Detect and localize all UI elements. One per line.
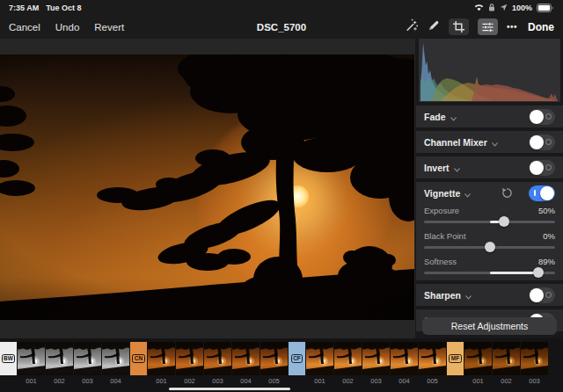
slider-knob[interactable] (485, 242, 495, 252)
filter-thumb-label: 003 (74, 375, 101, 386)
filter-thumbnail-image[interactable] (521, 342, 548, 375)
filter-thumb-cn-002[interactable]: 002 (176, 342, 203, 386)
toggle-sharpen[interactable] (529, 287, 555, 303)
filter-thumb-mf-003[interactable]: 003 (521, 342, 548, 386)
filter-thumbnail-image[interactable] (391, 342, 418, 375)
filter-thumbnail-image[interactable] (204, 342, 231, 375)
filter-thumb-label: 003 (362, 375, 390, 386)
filter-thumb-label: 004 (102, 375, 129, 386)
filter-thumb-cf-001[interactable]: 001 (306, 342, 333, 386)
filter-thumb-bw-004[interactable]: 004 (102, 342, 129, 386)
toggle-vignette[interactable] (529, 185, 555, 201)
markup-pen-icon[interactable] (428, 19, 440, 35)
filter-thumb-label: 001 (464, 375, 492, 386)
filter-thumbnail-image[interactable] (260, 342, 288, 375)
adjustment-row-fade: Fade (416, 105, 563, 127)
filter-thumb-label: 001 (148, 375, 175, 386)
histogram (419, 39, 560, 102)
filter-thumb-cf-004[interactable]: 004 (391, 342, 418, 386)
filter-section-tile-cf[interactable]: CF (289, 342, 305, 375)
filter-thumb-cn-005[interactable]: 005 (260, 342, 288, 386)
photo-canvas (0, 39, 415, 338)
filter-thumbnail-image[interactable] (493, 342, 520, 375)
adjust-tool-button[interactable] (478, 18, 498, 35)
filter-thumbnail-image[interactable] (46, 342, 73, 375)
filter-thumbnail-image[interactable] (102, 342, 129, 375)
vignette-effect-overlay (0, 54, 414, 320)
slider-track[interactable] (424, 268, 555, 277)
slider-exposure: Exposure50% (416, 204, 563, 229)
slider-knob[interactable] (533, 267, 544, 278)
filter-thumb-label: 002 (46, 375, 73, 386)
filter-thumb-cn-003[interactable]: 003 (204, 342, 231, 386)
toggle-invert[interactable] (529, 160, 555, 176)
undo-button[interactable]: Undo (55, 22, 80, 33)
crop-tool-button[interactable] (449, 18, 469, 35)
filter-thumbnail-image[interactable] (74, 342, 101, 375)
filter-thumb-cf-002[interactable]: 002 (334, 342, 362, 386)
filter-section-badge: MF (449, 354, 461, 364)
filter-section-tile-cn[interactable]: CN (130, 342, 147, 375)
filter-thumb-label: 004 (232, 375, 260, 386)
adjustment-row-invert: Invert (416, 156, 563, 178)
filter-thumbnail-image[interactable] (464, 342, 492, 375)
filter-thumbnail-image[interactable] (362, 342, 390, 375)
filter-thumb-cf-003[interactable]: 003 (362, 342, 390, 386)
filter-thumb-bw-001[interactable]: 001 (18, 342, 45, 386)
filter-thumbnail-image[interactable] (232, 342, 260, 375)
wifi-icon (474, 4, 484, 11)
slider-label: Softness (424, 257, 457, 266)
reset-vignette-icon[interactable] (501, 187, 513, 199)
filter-thumbnail-image[interactable] (18, 342, 45, 375)
slider-value: 50% (538, 206, 555, 215)
filter-thumb-label: 002 (176, 375, 203, 386)
slider-value: 0% (543, 231, 555, 241)
slider-knob[interactable] (499, 216, 509, 227)
slider-black-point: Black Point0% (416, 229, 563, 255)
adjustment-label: Fade (424, 112, 446, 122)
filter-thumb-label: 002 (493, 375, 520, 386)
filter-thumbnail-image[interactable] (334, 342, 362, 375)
filter-thumbnail-image[interactable] (306, 342, 333, 375)
auto-enhance-wand-icon[interactable] (406, 18, 419, 35)
filter-thumb-cn-004[interactable]: 004 (232, 342, 260, 386)
disclosure-chevron-icon[interactable] (465, 287, 472, 303)
cancel-button[interactable]: Cancel (9, 22, 40, 33)
disclosure-chevron-icon[interactable] (454, 160, 460, 176)
adjustment-row-channel-mixer: Channel Mixer (416, 131, 563, 153)
filter-thumb-label: 003 (521, 375, 548, 386)
reset-adjustments-button[interactable]: Reset Adjustments (422, 317, 557, 335)
revert-button[interactable]: Revert (94, 22, 124, 33)
disclosure-chevron-icon[interactable] (464, 185, 471, 201)
filter-thumb-label: 002 (334, 375, 362, 386)
filter-thumb-mf-001[interactable]: 001 (464, 342, 492, 386)
filter-section-tile-mf[interactable]: MF (447, 342, 464, 375)
filter-thumbnail-image[interactable] (148, 342, 175, 375)
adjustment-list: FadeChannel MixerInvertVignetteExposure5… (416, 105, 563, 331)
filter-section-tile-bw[interactable]: BW (0, 342, 17, 375)
slider-track[interactable] (424, 217, 555, 226)
slider-label: Black Point (424, 231, 466, 241)
photo-preview[interactable] (0, 54, 414, 320)
filmstrip-scrollbar[interactable] (169, 388, 290, 390)
filter-thumb-cf-005[interactable]: 005 (419, 342, 446, 386)
location-icon (500, 4, 508, 11)
disclosure-chevron-icon[interactable] (450, 109, 457, 125)
filter-thumbnail-image[interactable] (176, 342, 203, 375)
toggle-channel-mixer[interactable] (529, 134, 555, 150)
filter-thumb-label: 005 (419, 375, 446, 386)
filter-thumb-bw-003[interactable]: 003 (74, 342, 101, 386)
more-options-button[interactable]: ••• (507, 22, 517, 32)
adjustment-row-sharpen: Sharpen (416, 284, 563, 306)
filter-thumbnail-image[interactable] (419, 342, 446, 375)
adjustment-label: Channel Mixer (424, 137, 487, 148)
done-button[interactable]: Done (528, 21, 554, 33)
slider-track[interactable] (424, 243, 555, 251)
filter-section-badge: CF (291, 354, 303, 364)
filter-thumb-mf-002[interactable]: 002 (493, 342, 520, 386)
filter-thumb-cn-001[interactable]: 001 (148, 342, 175, 386)
adjustment-label: Vignette (424, 188, 460, 199)
disclosure-chevron-icon[interactable] (492, 134, 498, 150)
filter-thumb-bw-002[interactable]: 002 (46, 342, 73, 386)
toggle-fade[interactable] (529, 109, 555, 125)
